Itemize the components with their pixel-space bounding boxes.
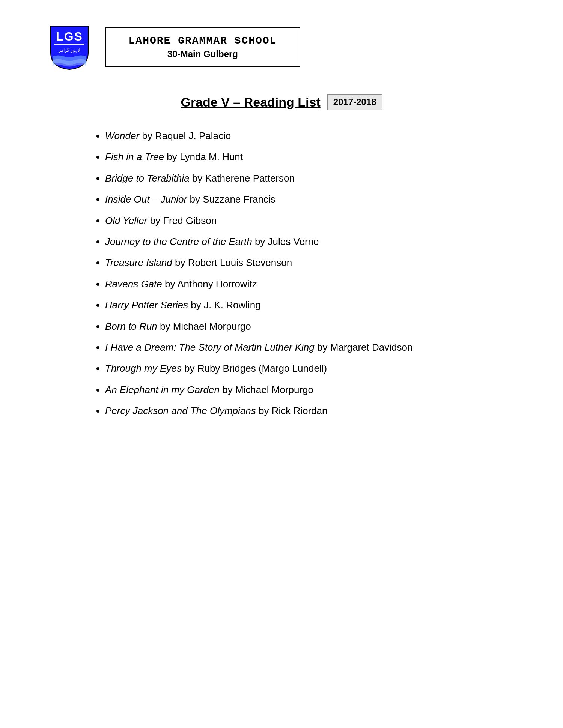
book-title: Treasure Island — [105, 257, 172, 268]
list-item: Treasure Island by Robert Louis Stevenso… — [105, 256, 518, 269]
book-author: by Michael Morpurgo — [157, 321, 251, 332]
book-author: by Robert Louis Stevenson — [172, 257, 292, 268]
svg-text:LGS: LGS — [56, 30, 83, 43]
book-title: An Elephant in my Garden — [105, 384, 220, 395]
list-item: Ravens Gate by Anthony Horrowitz — [105, 277, 518, 291]
grade-title: Grade V – Reading List — [181, 95, 321, 110]
list-item: An Elephant in my Garden by Michael Morp… — [105, 383, 518, 396]
page-header: LGS لاہور گرامر LAHORE GRAMMAR SCHOOL 30… — [45, 23, 518, 71]
reading-list: Wonder by Raquel J. PalacioFish in a Tre… — [75, 129, 518, 417]
list-item: Journey to the Centre of the Earth by Ju… — [105, 235, 518, 248]
book-author: by Raquel J. Palacio — [139, 130, 231, 141]
book-author: by Margaret Davidson — [315, 342, 413, 353]
school-name: LAHORE GRAMMAR SCHOOL — [125, 35, 281, 47]
list-item: Bridge to Terabithia by Katherene Patter… — [105, 171, 518, 185]
book-author: by Anthony Horrowitz — [162, 278, 257, 290]
school-address: 30-Main Gulberg — [125, 49, 281, 59]
book-author: by Jules Verne — [252, 236, 319, 247]
list-item: Percy Jackson and The Olympians by Rick … — [105, 404, 518, 417]
list-item: Harry Potter Series by J. K. Rowling — [105, 298, 518, 312]
book-title: Ravens Gate — [105, 278, 162, 290]
book-title: Inside Out – Junior — [105, 194, 187, 205]
book-title: Fish in a Tree — [105, 151, 164, 162]
book-title: Through my Eyes — [105, 363, 182, 374]
book-author: by Lynda M. Hunt — [164, 151, 243, 162]
book-author: by Rick Riordan — [256, 405, 328, 416]
list-item: Born to Run by Michael Morpurgo — [105, 320, 518, 333]
list-item: Inside Out – Junior by Suzzane Francis — [105, 192, 518, 206]
list-item: Old Yeller by Fred Gibson — [105, 214, 518, 227]
year-badge: 2017-2018 — [327, 94, 382, 110]
book-title: Harry Potter Series — [105, 299, 188, 311]
book-author: by Fred Gibson — [147, 215, 217, 226]
title-section: Grade V – Reading List 2017-2018 — [45, 94, 518, 110]
book-author: by J. K. Rowling — [188, 299, 261, 311]
book-author: by Ruby Bridges (Margo Lundell) — [182, 363, 327, 374]
book-title: Old Yeller — [105, 215, 147, 226]
svg-text:لاہور گرامر: لاہور گرامر — [58, 48, 80, 53]
book-author: by Michael Morpurgo — [220, 384, 313, 395]
book-title: Born to Run — [105, 321, 157, 332]
list-item: I Have a Dream: The Story of Martin Luth… — [105, 341, 518, 354]
book-title: Bridge to Terabithia — [105, 173, 190, 184]
list-item: Wonder by Raquel J. Palacio — [105, 129, 518, 143]
school-info-box: LAHORE GRAMMAR SCHOOL 30-Main Gulberg — [105, 27, 300, 67]
book-author: by Suzzane Francis — [187, 194, 275, 205]
book-title: Wonder — [105, 130, 139, 141]
book-author: by Katherene Patterson — [190, 173, 295, 184]
book-title: Journey to the Centre of the Earth — [105, 236, 252, 247]
school-logo: LGS لاہور گرامر — [45, 23, 94, 71]
book-title: I Have a Dream: The Story of Martin Luth… — [105, 342, 315, 353]
list-item: Through my Eyes by Ruby Bridges (Margo L… — [105, 362, 518, 375]
book-title: Percy Jackson and The Olympians — [105, 405, 256, 416]
list-item: Fish in a Tree by Lynda M. Hunt — [105, 150, 518, 164]
